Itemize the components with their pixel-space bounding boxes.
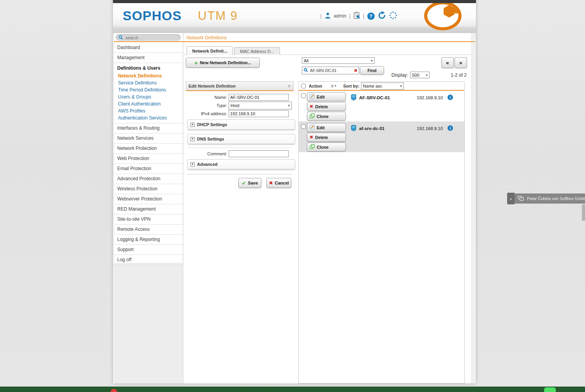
share-status-pill[interactable] xyxy=(544,387,556,392)
ipv4-label: IPv4 address: xyxy=(186,111,229,116)
meeting-taskbar xyxy=(0,387,585,392)
sidebar-item-log-off[interactable]: Log off xyxy=(114,255,183,265)
delete-icon: ✖ xyxy=(310,135,313,140)
definition-name[interactable]: af-srv-dc-01 xyxy=(359,126,384,131)
expand-icon: + xyxy=(190,137,195,141)
sidebar-item-users-groups[interactable]: Users & Groups xyxy=(114,93,183,100)
separator: | xyxy=(363,13,365,19)
refresh-icon[interactable] xyxy=(377,11,386,21)
sidebar-item-webserver-protection[interactable]: Webserver Protection xyxy=(114,194,183,204)
sidebar-item-wireless-protection[interactable]: Wireless Protection xyxy=(114,184,183,194)
edit-button[interactable]: Edit xyxy=(307,123,346,132)
clear-search-icon[interactable]: ✖ xyxy=(354,68,358,73)
breadcrumb: Network Definitions xyxy=(187,35,227,40)
screen-share-icon xyxy=(518,196,524,202)
clone-button[interactable]: Clone xyxy=(307,112,346,121)
sort-by-label: Sort by: xyxy=(343,84,359,88)
separator: | xyxy=(320,13,322,19)
clone-button[interactable]: Clone xyxy=(307,142,346,151)
sidebar-item-interfaces-routing[interactable]: Interfaces & Routing xyxy=(114,123,183,134)
expand-icon: + xyxy=(190,162,195,167)
row-checkbox[interactable] xyxy=(301,124,306,129)
dns-settings-section[interactable]: + DNS Settings xyxy=(187,134,295,144)
sidebar-item-red-management[interactable]: RED Management xyxy=(114,204,183,214)
sidebar-item-authentication-services[interactable]: Authentication Services xyxy=(114,114,183,121)
new-network-definition-button[interactable]: + New Network Definition... xyxy=(186,58,260,68)
sidebar-item-network-protection[interactable]: Network Protection xyxy=(114,144,183,154)
sidebar-item-site-to-site-vpn[interactable]: Site-to-site VPN xyxy=(114,214,183,225)
comment-field-row: Comment: xyxy=(186,150,289,157)
sidebar-item-network-definitions[interactable]: Network Definitions xyxy=(114,72,183,79)
sidebar-search-input[interactable] xyxy=(125,35,173,40)
host-icon xyxy=(351,125,356,133)
scope-select[interactable]: All ▾ xyxy=(302,57,375,64)
table-search-input[interactable] xyxy=(309,68,353,73)
delete-button[interactable]: ✖ Delete xyxy=(307,133,346,142)
tab-network-definitions[interactable]: Network Definit... xyxy=(187,46,233,55)
page-prev-button[interactable]: « xyxy=(441,57,454,68)
display-count-value: 500 xyxy=(412,73,419,77)
sort-select[interactable]: Name asc ▾ xyxy=(361,83,404,90)
cancel-button[interactable]: ✖ Cancel xyxy=(266,178,291,188)
table-row: Edit ✖ Delete Clone af-srv-dc-01 192.168… xyxy=(299,121,464,152)
delete-button[interactable]: ✖ Delete xyxy=(307,102,346,111)
edit-panel-titlebar: Edit Network Definition ✕ xyxy=(186,81,294,91)
edit-label: Edit xyxy=(317,125,325,130)
dhcp-settings-section[interactable]: + DHCP Settings xyxy=(187,120,295,130)
comment-label: Comment: xyxy=(186,151,229,156)
sidebar-item-dashboard[interactable]: Dashboard xyxy=(114,43,183,53)
find-button[interactable]: Find xyxy=(360,66,384,75)
sidebar-item-network-services[interactable]: Network Services xyxy=(114,134,183,144)
sort-select-value: Name asc xyxy=(363,84,382,88)
close-icon[interactable]: ✕ xyxy=(287,84,291,89)
edit-icon xyxy=(310,94,315,100)
table-search-box: ✖ xyxy=(302,67,359,74)
action-column-header: Action xyxy=(309,84,322,88)
chevron-down-icon: ▾ xyxy=(335,84,336,88)
definition-name[interactable]: AF-SRV-DC-01 xyxy=(359,95,390,100)
advanced-section[interactable]: + Advanced xyxy=(187,159,295,169)
save-label: Save xyxy=(248,181,258,185)
sidebar-item-service-definitions[interactable]: Service Definitions xyxy=(114,79,183,86)
display-count-select[interactable]: 500 ▾ xyxy=(410,72,430,78)
search-icon xyxy=(303,67,308,74)
overlay-expand-tab[interactable]: › xyxy=(507,193,515,204)
sidebar-item-aws-profiles[interactable]: AWS Profiles xyxy=(114,107,183,114)
sidebar-item-logging-reporting[interactable]: Logging & Reporting xyxy=(114,235,183,245)
sidebar-item-web-protection[interactable]: Web Protection xyxy=(114,154,183,164)
sidebar-item-client-authentication[interactable]: Client Authentication xyxy=(114,100,183,107)
clipboard-icon[interactable] xyxy=(353,12,360,21)
sophos-logo: SOPHOS xyxy=(123,8,181,23)
tab-mac-address-definitions[interactable]: MAC Address D... xyxy=(234,47,280,55)
name-field-row: Name: xyxy=(186,94,289,101)
sidebar-item-remote-access[interactable]: Remote Access xyxy=(114,225,183,235)
sidebar-item-management[interactable]: Management xyxy=(114,53,183,63)
info-icon[interactable]: i xyxy=(448,95,453,100)
select-all-checkbox[interactable] xyxy=(301,84,306,88)
page-next-button[interactable]: » xyxy=(455,57,467,68)
clone-label: Clone xyxy=(317,114,329,119)
name-input[interactable] xyxy=(229,94,289,101)
help-icon[interactable]: ? xyxy=(367,12,375,20)
batch-action-icon[interactable]: ≡ xyxy=(331,83,333,89)
new-network-definition-label: New Network Definition... xyxy=(200,60,251,65)
display-label: Display: xyxy=(391,72,408,78)
save-button[interactable]: ✔ Save xyxy=(238,178,261,188)
user-icon xyxy=(324,12,331,20)
sidebar-item-time-period-definitions[interactable]: Time Period Definitions xyxy=(114,86,183,93)
sidebar-item-support[interactable]: Support xyxy=(114,245,183,255)
definitions-table: Action ≡ ▾ Sort by: Name asc ▾ Edit ✖ xyxy=(298,81,465,383)
row-checkbox[interactable] xyxy=(301,93,306,98)
sidebar-section-definitions-users[interactable]: Definitions & Users xyxy=(114,63,183,72)
edit-button[interactable]: Edit xyxy=(307,92,346,101)
sidebar-item-email-protection[interactable]: Email Protection xyxy=(114,164,183,174)
separator: | xyxy=(349,13,351,19)
type-select[interactable]: Host ▾ xyxy=(229,102,292,109)
ipv4-input[interactable] xyxy=(229,110,289,117)
cross-icon: ✖ xyxy=(269,180,273,186)
comment-input[interactable] xyxy=(229,150,289,157)
header-divider-band xyxy=(113,27,476,33)
sidebar-item-advanced-protection[interactable]: Advanced Protection xyxy=(114,174,183,184)
info-icon[interactable]: i xyxy=(448,125,453,131)
sidebar-nav: Dashboard Management Definitions & Users… xyxy=(114,43,183,265)
